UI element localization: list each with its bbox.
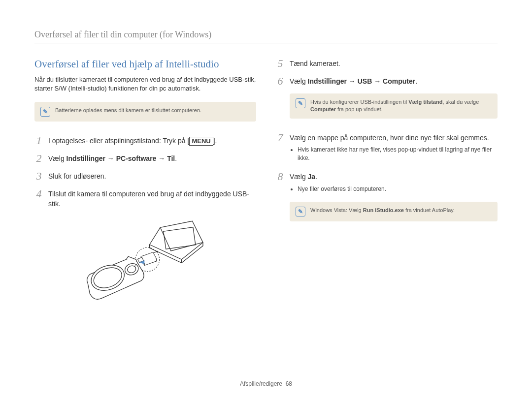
step-text-bold: Indstillinger → USB → Computer <box>308 77 416 85</box>
bullet-item: Nye filer overføres til computeren. <box>298 185 386 193</box>
step-5: 5 Tænd kameraet. <box>276 58 498 69</box>
step-text: Vælg Ja. Nye filer overføres til compute… <box>290 171 386 195</box>
step-text: Vælg en mappe på computeren, hvor dine n… <box>290 132 498 164</box>
content-columns: Overførsel af filer ved hjælp af Intelli… <box>34 58 498 306</box>
intro-paragraph: Når du tilslutter kameraet til computere… <box>34 75 256 93</box>
step-1: 1 I optagelses- eller afspilningstilstan… <box>34 135 256 146</box>
step-7: 7 Vælg en mappe på computeren, hvor dine… <box>276 132 498 164</box>
illustration-svg <box>81 219 209 304</box>
step-text-bold: Indstillinger → PC-software → Til <box>66 154 175 162</box>
note-text: Hvis du konfigurerer USB-indstillingen t… <box>310 98 492 114</box>
footer-section: Afspille/redigere <box>240 380 282 387</box>
step-text-fragment: Vælg en mappe på computeren, hvor dine n… <box>290 134 489 142</box>
pencil-icon: ✎ <box>296 98 305 108</box>
step-text-bold: Ja <box>308 173 316 181</box>
manual-page: Overførsel af filer til din computer (fo… <box>0 0 532 401</box>
menu-button-label: MENU <box>189 137 213 146</box>
note-box-left: ✎ Batterierne oplades mens dit kamera er… <box>34 102 256 122</box>
note-bold: Run iStudio.exe <box>363 207 404 213</box>
step-6: 6 Vælg Indstillinger → USB → Computer. <box>276 76 498 87</box>
step-number: 7 <box>276 132 285 143</box>
page-number: 68 <box>286 380 292 387</box>
camera-laptop-illustration <box>34 219 256 306</box>
step-number: 2 <box>34 153 43 164</box>
step-text-fragment: . <box>315 173 317 181</box>
step-text-fragment: Vælg <box>290 77 308 85</box>
step-bullet-list: Hvis kameraet ikke har nye filer, vises … <box>290 146 498 162</box>
step-number: 3 <box>34 171 43 182</box>
step-number: 5 <box>276 58 285 69</box>
step-8: 8 Vælg Ja. Nye filer overføres til compu… <box>276 171 498 195</box>
note-fragment: Windows Vista: Vælg <box>310 207 363 213</box>
step-text-fragment: I optagelses- eller afspilningstilstand:… <box>48 137 189 145</box>
note-text: Windows Vista: Vælg Run iStudio.exe fra … <box>310 207 455 214</box>
bullet-item: Hvis kameraet ikke har nye filer, vises … <box>298 146 498 162</box>
step-text-fragment: . <box>175 154 177 162</box>
step-number: 6 <box>276 76 285 87</box>
section-title: Overførsel af filer ved hjælp af Intelli… <box>34 58 256 70</box>
note-text: Batterierne oplades mens dit kamera er t… <box>55 107 201 114</box>
note-bold: Vælg tilstand <box>408 99 442 105</box>
step-text: I optagelses- eller afspilningstilstand:… <box>48 135 217 146</box>
step-text: Vælg Indstillinger → USB → Computer. <box>290 76 417 87</box>
step-text-fragment: Vælg <box>290 173 308 181</box>
page-footer: Afspille/redigere 68 <box>0 380 532 387</box>
step-text: Vælg Indstillinger → PC-software → Til. <box>48 153 177 164</box>
note-box-right-1: ✎ Hvis du konfigurerer USB-indstillingen… <box>290 93 498 119</box>
step-2: 2 Vælg Indstillinger → PC-software → Til… <box>34 153 256 164</box>
step-text: Tilslut dit kamera til computeren ved br… <box>48 188 256 209</box>
step-number: 4 <box>34 188 43 199</box>
page-header: Overførsel af filer til din computer (fo… <box>34 30 498 43</box>
step-number: 1 <box>34 135 43 146</box>
step-4: 4 Tilslut dit kamera til computeren ved … <box>34 188 256 209</box>
note-fragment: fra pop up-vinduet. <box>336 106 383 112</box>
step-text-fragment: ]. <box>213 137 217 145</box>
note-fragment: fra vinduet AutoPlay. <box>404 207 455 213</box>
step-text: Tænd kameraet. <box>290 58 340 69</box>
step-number: 8 <box>276 171 285 182</box>
left-column: Overførsel af filer ved hjælp af Intelli… <box>34 58 256 306</box>
step-text-fragment: Vælg <box>48 154 66 162</box>
right-column: 5 Tænd kameraet. 6 Vælg Indstillinger → … <box>276 58 498 306</box>
pencil-icon: ✎ <box>40 107 50 117</box>
svg-rect-0 <box>164 227 196 248</box>
step-text-fragment: . <box>415 77 417 85</box>
note-bold: Computer <box>310 106 336 112</box>
note-fragment: , skal du vælge <box>442 99 479 105</box>
pencil-icon: ✎ <box>296 207 305 216</box>
step-text: Sluk for udløseren. <box>48 171 106 182</box>
note-fragment: Hvis du konfigurerer USB-indstillingen t… <box>310 99 408 105</box>
step-bullet-list: Nye filer overføres til computeren. <box>290 185 386 193</box>
note-box-right-2: ✎ Windows Vista: Vælg Run iStudio.exe fr… <box>290 202 498 221</box>
step-3: 3 Sluk for udløseren. <box>34 171 256 182</box>
